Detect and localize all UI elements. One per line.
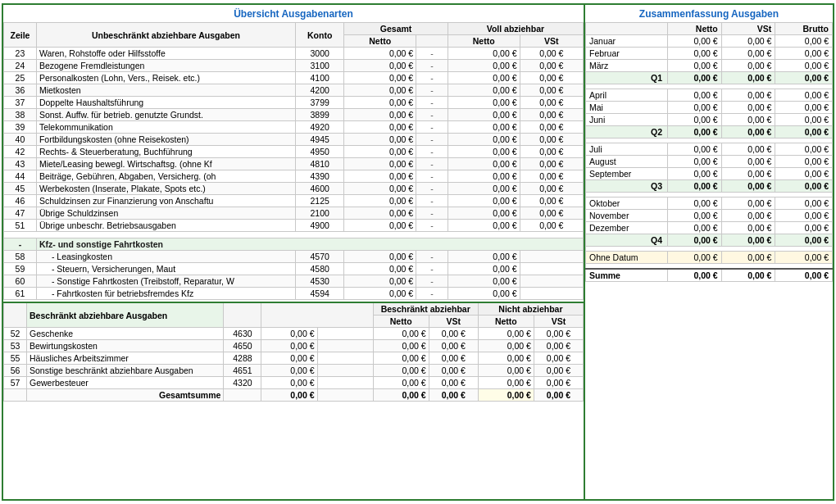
month-row: August 0,00 € 0,00 € 0,00 € (586, 156, 833, 168)
n-header-vst: VSt (534, 316, 583, 328)
header-voll: Voll abziehbar (448, 23, 583, 35)
header-desc: Unbeschränkt abziehbare Ausgaben (36, 23, 295, 48)
beschraenkt-label: Beschränkt abziehbare Ausgaben (27, 302, 224, 328)
right-title: Zusammenfassung Ausgaben (585, 5, 833, 22)
header-beschraenkt: Beschränkt abziehbar (373, 302, 478, 316)
table-row: 23 Waren, Rohstoffe oder Hilfsstoffe 300… (4, 48, 584, 60)
month-row: Februar 0,00 € 0,00 € 0,00 € (586, 48, 833, 60)
beschraenkt-row: 55 Häusliches Arbeitszimmer 4288 0,00 € … (4, 352, 584, 365)
table-row: 24 Bezogene Fremdleistungen 3100 0,00 € … (4, 60, 584, 72)
table-row: 38 Sonst. Auffw. für betrieb. genutzte G… (4, 109, 584, 121)
month-row: November 0,00 € 0,00 € 0,00 € (586, 210, 833, 222)
beschraenkt-row: 57 Gewerbesteuer 4320 0,00 € 0,00 € 0,00… (4, 377, 584, 389)
month-row: Juni 0,00 € 0,00 € 0,00 € (586, 114, 833, 126)
quarter-row: Q2 0,00 € 0,00 € 0,00 € (586, 126, 833, 138)
month-row: Mai 0,00 € 0,00 € 0,00 € (586, 102, 833, 114)
table-row: 40 Fortbildungskosten (ohne Reisekosten)… (4, 134, 584, 146)
month-row: März 0,00 € 0,00 € 0,00 € (586, 60, 833, 72)
table-row: 44 Beiträge, Gebühren, Abgaben, Versiche… (4, 170, 584, 183)
kfz-row: 58 - Leasingkosten 4570 0,00 € - 0,00 € (4, 251, 584, 263)
month-row: Juli 0,00 € 0,00 € 0,00 € (586, 143, 833, 156)
table-row: 46 Schuldzinsen zur Finanzierung von Ans… (4, 195, 584, 207)
header-nicht: Nicht abziehbar (478, 302, 583, 316)
kfz-row: 59 - Steuern, Versicherungen, Maut 4580 … (4, 263, 584, 275)
table-row: 42 Rechts- & Steuerberatung, Buchführung… (4, 146, 584, 158)
header-gesamt: Gesamt (344, 23, 448, 35)
beschraenkt-row: 52 Geschenke 4630 0,00 € 0,00 € 0,00 € 0… (4, 328, 584, 340)
r-header-brutto: Brutto (775, 23, 833, 35)
beschraenkt-row: 56 Sonstige beschränkt abziehbare Ausgab… (4, 365, 584, 377)
table-row: 37 Doppelte Haushaltsführung 3799 0,00 €… (4, 97, 584, 109)
table-row: 47 Übrige Schuldzinsen 2100 0,00 € - 0,0… (4, 207, 584, 220)
r-header-netto: Netto (668, 23, 722, 35)
summe-row: Summe 0,00 € 0,00 € 0,00 € (586, 269, 833, 282)
table-row: 51 Übrige unbeschr. Betriebsausgaben 490… (4, 220, 584, 232)
header-konto: Konto (295, 23, 343, 48)
kfz-row: 61 - Fahrtkosten für betriebsfremdes Kfz… (4, 288, 584, 300)
b-header-netto: Netto (373, 316, 429, 328)
table-row: 43 Miete/Leasing bewegl. Wirtschaftsg. (… (4, 158, 584, 170)
r-header-vst: VSt (721, 23, 775, 35)
ausgaben-table: Zeile Unbeschränkt abziehbare Ausgaben K… (3, 22, 584, 300)
quarter-row: Q1 0,00 € 0,00 € 0,00 € (586, 72, 833, 84)
header-vst: VSt (520, 35, 583, 48)
table-row: 25 Personalkosten (Lohn, Vers., Reisek. … (4, 72, 584, 84)
header-zeile: Zeile (4, 23, 37, 48)
month-row: September 0,00 € 0,00 € 0,00 € (586, 168, 833, 180)
table-row: 36 Mietkosten 4200 0,00 € - 0,00 € 0,00 … (4, 84, 584, 97)
quarter-row: Q4 0,00 € 0,00 € 0,00 € (586, 234, 833, 247)
n-header-netto: Netto (478, 316, 534, 328)
left-title: Übersicht Ausgabenarten (3, 5, 584, 22)
table-row: 45 Werbekosten (Inserate, Plakate, Spots… (4, 183, 584, 195)
header-vnetto: Netto (448, 35, 520, 48)
month-row: Oktober 0,00 € 0,00 € 0,00 € (586, 198, 833, 210)
beschraenkt-row: 53 Bewirtungskosten 4650 0,00 € 0,00 € 0… (4, 340, 584, 352)
zusammenfassung-table: Netto VSt Brutto Januar 0,00 € 0,00 € 0,… (585, 22, 833, 282)
gesamtsumme-row: Gesamtsumme 0,00 € 0,00 € 0,00 € 0,00 € … (4, 389, 584, 402)
ohne-datum-row: Ohne Datum 0,00 € 0,00 € 0,00 € (586, 252, 833, 264)
month-row: April 0,00 € 0,00 € 0,00 € (586, 89, 833, 102)
header-netto: Netto (344, 35, 416, 48)
kfz-section-row: -Kfz- und sonstige Fahrtkosten (4, 238, 584, 251)
beschraenkt-table: Beschränkt abziehbare Ausgaben Beschränk… (3, 302, 584, 402)
b-header-vst: VSt (429, 316, 478, 328)
month-row: Januar 0,00 € 0,00 € 0,00 € (586, 35, 833, 48)
kfz-row: 60 - Sonstige Fahrtkosten (Treibstoff, R… (4, 275, 584, 288)
quarter-row: Q3 0,00 € 0,00 € 0,00 € (586, 180, 833, 193)
month-row: Dezember 0,00 € 0,00 € 0,00 € (586, 222, 833, 234)
table-row: 39 Telekommunikation 4920 0,00 € - 0,00 … (4, 121, 584, 134)
